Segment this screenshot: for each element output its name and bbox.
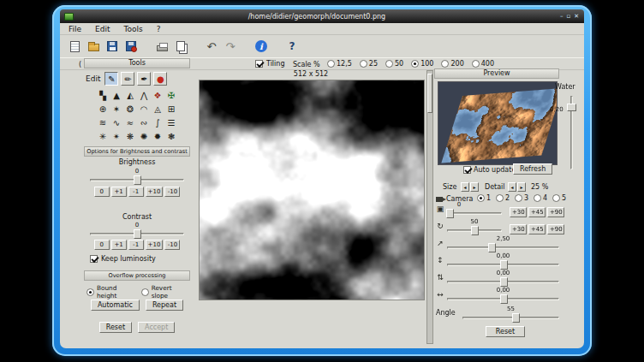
star-hill-tool[interactable]: ✶ xyxy=(110,102,123,116)
scale-option-100[interactable]: 100 xyxy=(411,60,433,68)
integrate-tool[interactable]: ∫ xyxy=(151,116,164,129)
size-decrease-button[interactable]: ◂ xyxy=(461,182,469,192)
preview-reset-button[interactable]: Reset xyxy=(486,326,525,337)
duplicate-button[interactable] xyxy=(171,38,190,56)
pan-vertical-handle[interactable] xyxy=(500,260,508,270)
scale-option-50[interactable]: 50 xyxy=(385,60,403,68)
scale-option-12-5[interactable]: 12,5 xyxy=(327,60,352,68)
keep-luminosity-checkbox[interactable]: Keep luminosity xyxy=(84,255,190,263)
sparkle-tool[interactable]: ✳ xyxy=(96,129,110,143)
elevation-plus30-button[interactable]: +30 xyxy=(510,224,527,234)
camera-option-3[interactable]: 3 xyxy=(515,194,528,202)
angle-slider[interactable] xyxy=(462,312,560,323)
menu-tools[interactable]: Tools xyxy=(124,25,143,33)
angle-slider-handle[interactable] xyxy=(512,313,520,323)
close-button[interactable]: ✕ xyxy=(574,13,579,21)
maximize-button[interactable]: ▫ xyxy=(566,13,570,21)
peaks-tool[interactable]: ⋀ xyxy=(137,88,151,102)
camera-option-2[interactable]: 2 xyxy=(496,194,510,202)
pan-horizontal-slider[interactable] xyxy=(446,294,560,305)
volcano-tool[interactable]: ◭ xyxy=(123,88,137,102)
terraces-tool[interactable]: ☰ xyxy=(164,116,178,129)
menu-edit[interactable]: Edit xyxy=(95,25,110,33)
save-button[interactable] xyxy=(103,38,122,56)
brightness-plus10-button[interactable]: +10 xyxy=(146,187,164,197)
redo-button[interactable]: ↷ xyxy=(221,38,240,56)
tiling-checkbox[interactable]: Tiling xyxy=(255,60,284,68)
scale-option-25[interactable]: 25 xyxy=(360,60,378,68)
camera-option-4[interactable]: 4 xyxy=(534,194,547,202)
elevation-plus45-button[interactable]: +45 xyxy=(528,224,546,234)
elevation-plus90-button[interactable]: +90 xyxy=(547,224,564,234)
contrast-slider[interactable] xyxy=(89,228,185,240)
repeat-button[interactable]: Repeat xyxy=(146,300,183,311)
pan-horizontal-handle[interactable] xyxy=(500,294,508,304)
rotation-plus30-button[interactable]: +30 xyxy=(510,207,527,217)
accept-button[interactable]: Accept xyxy=(138,322,175,333)
brightness-minus1-button[interactable]: -1 xyxy=(128,187,144,197)
camera-elevation-handle[interactable] xyxy=(471,226,479,235)
brightness-slider[interactable] xyxy=(89,175,185,186)
arc-tool[interactable]: ◠ xyxy=(137,102,151,116)
camera-option-5[interactable]: 5 xyxy=(552,194,566,202)
help-button[interactable]: ? xyxy=(283,38,301,56)
crater-tool[interactable]: ❂ xyxy=(123,102,137,116)
reset-button[interactable]: Reset xyxy=(99,322,132,333)
size-increase-button[interactable]: ▸ xyxy=(470,182,479,192)
contrast-zero-button[interactable]: 0 xyxy=(94,240,110,250)
merge-tool[interactable]: ⊕ xyxy=(96,102,110,116)
scrollbar-thumb[interactable] xyxy=(427,74,432,113)
rotation-plus45-button[interactable]: +45 xyxy=(528,207,546,217)
info-button[interactable]: i xyxy=(252,38,271,56)
new-document-button[interactable] xyxy=(65,38,84,56)
contrast-slider-handle[interactable] xyxy=(134,229,141,239)
flower-noise-tool[interactable]: ❋ xyxy=(123,129,137,143)
ink-tool-button[interactable]: ✒ xyxy=(137,72,151,86)
menu-help[interactable]: ? xyxy=(157,25,161,33)
camera-rotation-handle[interactable] xyxy=(446,209,454,218)
brightness-zero-button[interactable]: 0 xyxy=(94,187,110,197)
revert-slope-radio[interactable] xyxy=(141,288,149,296)
mountain-tool[interactable]: ▲ xyxy=(110,88,123,102)
detail-decrease-button[interactable]: ◂ xyxy=(508,182,516,192)
brightness-slider-handle[interactable] xyxy=(134,175,141,185)
undo-button[interactable]: ↶ xyxy=(202,38,221,56)
twinkle-tool[interactable]: ✹ xyxy=(151,129,164,143)
marker-tool-button[interactable]: ● xyxy=(153,72,167,86)
water-level-tool[interactable]: ≈ xyxy=(123,116,137,129)
print-button[interactable] xyxy=(152,38,171,56)
menu-file[interactable]: File xyxy=(69,25,81,33)
minimize-button[interactable]: – xyxy=(560,13,564,21)
vertical-scrollbar[interactable] xyxy=(426,70,433,344)
save-as-button[interactable] xyxy=(122,38,140,56)
camera-distance-handle[interactable] xyxy=(488,243,496,252)
camera-option-1[interactable]: 1 xyxy=(477,194,491,202)
pen-tool-button[interactable]: ✏ xyxy=(121,72,134,86)
auto-update-checkbox[interactable]: Auto update xyxy=(463,166,516,174)
pencil-tool-button[interactable]: ✎ xyxy=(104,72,118,86)
rotation-plus90-button[interactable]: +90 xyxy=(547,207,564,217)
burst-tool[interactable]: ✺ xyxy=(137,129,151,143)
contrast-plus10-button[interactable]: +10 xyxy=(146,240,164,250)
bloom-tool[interactable]: ❃ xyxy=(164,129,178,143)
grid-tool[interactable]: ⊞ xyxy=(164,102,178,116)
sun-burst-tool[interactable]: ✴ xyxy=(110,129,123,143)
water-slider-handle[interactable] xyxy=(567,104,576,111)
refresh-button[interactable]: Refresh xyxy=(513,163,552,175)
diamond-square-tool[interactable]: ❖ xyxy=(151,88,164,102)
detail-increase-button[interactable]: ▸ xyxy=(517,182,526,192)
cross-fault-tool[interactable]: ✠ xyxy=(164,88,178,102)
pan-depth-handle[interactable] xyxy=(500,277,508,287)
contrast-minus1-button[interactable]: -1 xyxy=(128,240,144,250)
titlebar[interactable]: /home/didier/geomorph/document0.png – ▫ … xyxy=(60,9,584,23)
bound-height-radio[interactable] xyxy=(86,288,94,296)
contrast-minus10-button[interactable]: -10 xyxy=(164,240,180,250)
automatic-button[interactable]: Automatic xyxy=(91,300,140,311)
curve-tool[interactable]: ∾ xyxy=(137,116,151,129)
uniform-noise-tool[interactable]: ▚ xyxy=(96,88,110,102)
ripple-tool[interactable]: ∿ xyxy=(110,116,123,129)
delta-tool[interactable]: ◬ xyxy=(151,102,164,116)
water-level-slider[interactable] xyxy=(566,95,577,170)
brightness-plus1-button[interactable]: +1 xyxy=(111,187,127,197)
brightness-minus10-button[interactable]: -10 xyxy=(164,187,180,197)
